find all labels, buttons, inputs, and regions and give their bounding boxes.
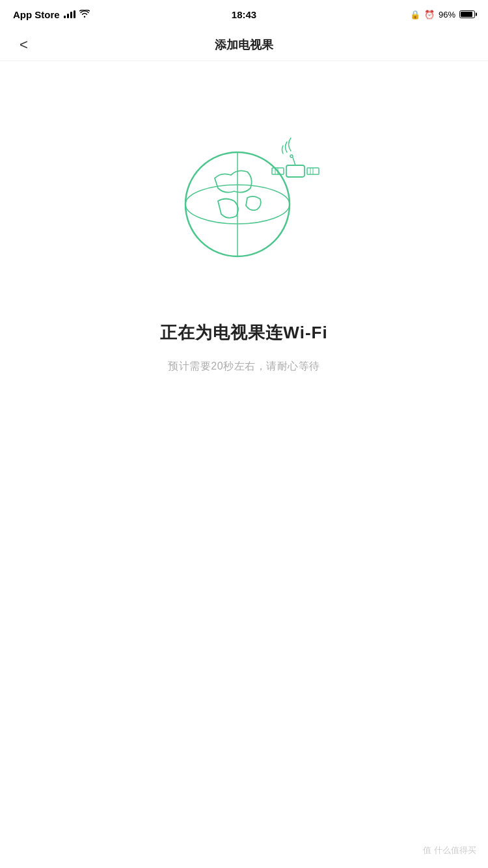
wifi-icon [79,9,90,20]
lock-icon: 🔒 [410,10,420,20]
main-heading: 正在为电视果连Wi-Fi [160,321,327,344]
status-left: App Store [13,9,90,20]
app-store-label: App Store [13,9,60,20]
svg-point-11 [290,155,293,157]
battery-percent: 96% [439,10,455,20]
signal-icon [64,10,75,18]
page-title: 添加电视果 [215,37,273,53]
battery-icon [459,10,475,18]
status-bar: App Store 18:43 🔒 ⏰ 96% [0,0,488,29]
svg-line-10 [293,157,295,165]
alarm-icon: ⏰ [424,10,435,20]
back-button[interactable]: < [13,33,34,57]
main-content: 正在为电视果连Wi-Fi 预计需要20秒左右，请耐心等待 [0,61,488,373]
main-subtext: 预计需要20秒左右，请耐心等待 [168,360,319,373]
status-time: 18:43 [232,9,256,20]
status-right: 🔒 ⏰ 96% [410,10,475,20]
nav-bar: < 添加电视果 [0,29,488,61]
illustration [153,126,335,269]
svg-rect-3 [286,165,305,177]
watermark: 值 什么值得买 [423,845,476,856]
